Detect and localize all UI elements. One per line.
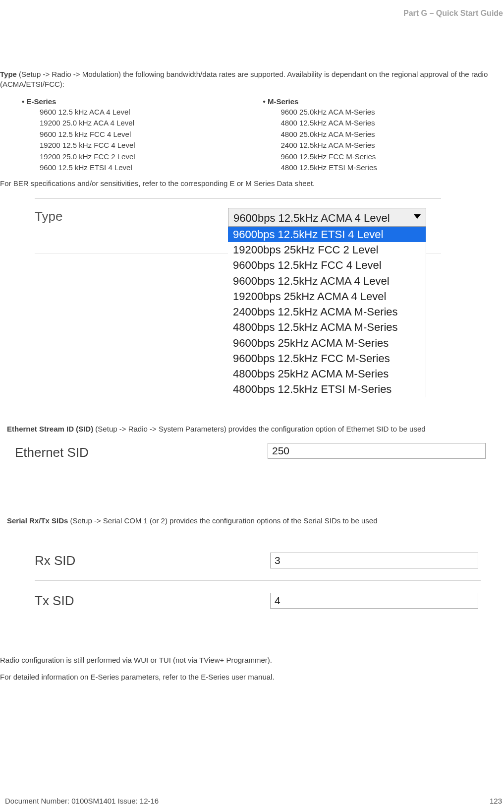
type-select[interactable]: 9600bps 12.5kHz ACMA 4 Level	[228, 208, 426, 227]
list-item: 19200 25.0 kHz ACA 4 Level	[40, 118, 263, 129]
tx-sid-input[interactable]	[270, 593, 478, 609]
list-item: 9600 25.0kHz ACA M-Series	[281, 107, 504, 118]
type-option[interactable]: 9600bps 12.5kHz ACMA 4 Level	[228, 273, 426, 289]
list-item: 4800 12.5kHz ETSI M-Series	[281, 162, 504, 174]
page: Part G – Quick Start Guide Type (Setup -…	[0, 0, 504, 812]
list-item: 19200 25.0 kHz FCC 2 Level	[40, 151, 263, 163]
list-item: 2400 12.5kHz ACA M-Series	[281, 140, 504, 151]
ethernet-sid-label-bold: Ethernet Stream ID (SID)	[7, 425, 93, 433]
list-item: 4800 12.5kHz ACA M-Series	[281, 118, 504, 129]
series-columns: E-Series 9600 12.5 kHz ACA 4 Level 19200…	[22, 97, 504, 174]
e-series-heading: E-Series	[22, 97, 263, 107]
type-option[interactable]: 9600bps 12.5kHz FCC M-Series	[228, 351, 426, 366]
ethernet-sid-input[interactable]	[268, 443, 486, 459]
type-option[interactable]: 19200bps 25kHz FCC 2 Level	[228, 242, 426, 257]
type-option[interactable]: 4800bps 25kHz ACMA M-Series	[228, 366, 426, 381]
tx-sid-label: Tx SID	[35, 592, 270, 610]
type-option[interactable]: 4800bps 12.5kHz ETSI M-Series	[228, 381, 426, 397]
rx-sid-input[interactable]	[270, 553, 478, 568]
ethernet-sid-figure: Ethernet SID	[15, 443, 486, 461]
list-item: 9600 12.5 kHz ETSI 4 Level	[40, 162, 263, 174]
m-series-heading: M-Series	[263, 97, 504, 107]
trailing-p2: For detailed information on E-Series par…	[0, 672, 504, 682]
serial-sid-label-bold: Serial Rx/Tx SIDs	[7, 516, 68, 525]
list-item: 4800 25.0kHz ACA M-Series	[281, 129, 504, 140]
type-option[interactable]: 4800bps 12.5kHz ACMA M-Series	[228, 319, 426, 335]
type-intro-rest: (Setup -> Radio -> Modulation) the follo…	[0, 70, 488, 88]
type-figure-label: Type	[35, 208, 228, 225]
footer: Document Number: 0100SM1401 Issue: 12-16…	[5, 796, 504, 806]
type-intro: Type (Setup -> Radio -> Modulation) the …	[0, 69, 504, 90]
page-content: Type (Setup -> Radio -> Modulation) the …	[0, 10, 504, 683]
list-item: 19200 12.5 kHz FCC 4 Level	[40, 140, 263, 151]
part-title: Part G – Quick Start Guide	[403, 8, 503, 19]
e-series-col: E-Series 9600 12.5 kHz ACA 4 Level 19200…	[22, 97, 263, 174]
type-dropdown-list[interactable]: 9600bps 12.5kHz ETSI 4 Level 19200bps 25…	[228, 227, 426, 397]
type-option[interactable]: 2400bps 12.5kHz ACMA M-Series	[228, 304, 426, 319]
rx-sid-row: Rx SID	[35, 541, 481, 581]
tx-sid-row: Tx SID	[35, 581, 481, 621]
ethernet-sid-figure-label: Ethernet SID	[15, 443, 268, 461]
e-series-list: 9600 12.5 kHz ACA 4 Level 19200 25.0 kHz…	[40, 107, 263, 174]
m-series-list: 9600 25.0kHz ACA M-Series 4800 12.5kHz A…	[281, 107, 504, 174]
type-option[interactable]: 19200bps 25kHz ACMA 4 Level	[228, 289, 426, 304]
trailing-p1: Radio configuration is still performed v…	[0, 655, 504, 665]
type-select-value: 9600bps 12.5kHz ACMA 4 Level	[233, 212, 390, 224]
type-label-bold: Type	[0, 70, 17, 78]
chevron-down-icon	[414, 214, 421, 219]
type-option[interactable]: 9600bps 25kHz ACMA M-Series	[228, 335, 426, 351]
footer-doc-number: Document Number: 0100SM1401 Issue: 12-16	[5, 796, 159, 806]
list-item: 9600 12.5 kHz ACA 4 Level	[40, 107, 263, 118]
ethernet-sid-rest: (Setup -> Radio -> System Parameters) pr…	[93, 425, 425, 433]
type-figure: Type 9600bps 12.5kHz ACMA 4 Level 9600bp…	[35, 198, 441, 406]
m-series-col: M-Series 9600 25.0kHz ACA M-Series 4800 …	[263, 97, 504, 174]
serial-sid-intro: Serial Rx/Tx SIDs (Setup -> Serial COM 1…	[7, 516, 504, 526]
serial-sid-figure: Rx SID Tx SID	[35, 541, 481, 621]
ethernet-sid-intro: Ethernet Stream ID (SID) (Setup -> Radio…	[7, 424, 504, 434]
list-item: 9600 12.5kHz FCC M-Series	[281, 151, 504, 163]
type-option[interactable]: 9600bps 12.5kHz FCC 4 Level	[228, 257, 426, 273]
ber-note: For BER specifications and/or sensitivit…	[0, 179, 504, 188]
serial-sid-rest: (Setup -> Serial COM 1 (or 2) provides t…	[68, 516, 377, 525]
type-option-selected[interactable]: 9600bps 12.5kHz ETSI 4 Level	[228, 227, 426, 242]
rx-sid-label: Rx SID	[35, 552, 270, 569]
footer-page-number: 123	[490, 796, 504, 806]
list-item: 9600 12.5 kHz FCC 4 Level	[40, 129, 263, 140]
